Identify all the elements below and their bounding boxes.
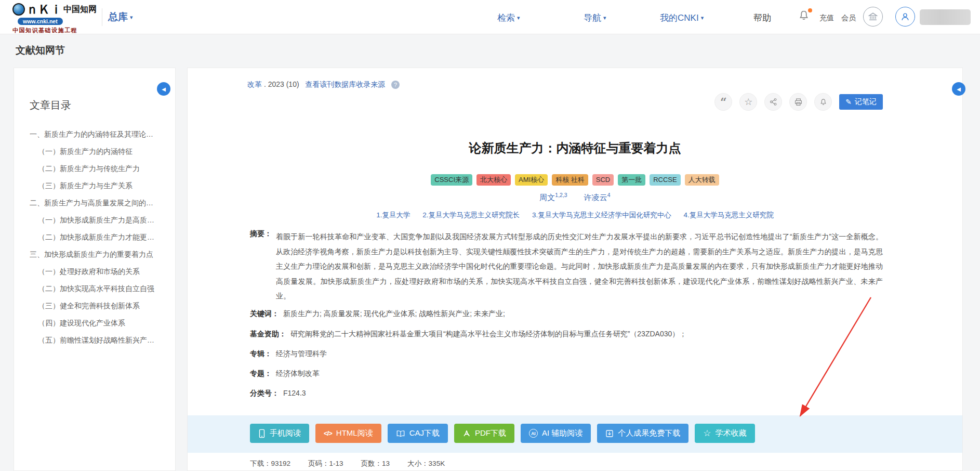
article-stats: 下载：93192 页码：1-13 页数：13 大小：335K xyxy=(250,459,445,468)
badge-row: CSSCI来源 北大核心 AMI核心 科核 社科 SCD 第一批 RCCSE 人… xyxy=(188,174,962,186)
action-row: 手机阅读 </> HTML阅读 CAJ下载 PDF下载 AI AI 辅助阅读 个… xyxy=(250,424,755,443)
collapse-left-icon[interactable]: ◀ xyxy=(157,82,170,96)
toc-item[interactable]: 二、新质生产力与高质量发展之间的… xyxy=(14,194,175,212)
alert-bell-icon[interactable] xyxy=(814,93,832,111)
toc-item[interactable]: （五）前瞻性谋划好战略性新兴产… xyxy=(14,332,175,349)
author-row: 周文1,2,3 许凌云4 xyxy=(188,192,962,203)
nav-navigate[interactable]: 导航▾ xyxy=(584,12,606,24)
notification-dot xyxy=(808,8,812,12)
chevron-down-icon: ▾ xyxy=(701,15,704,21)
academic-favorite-button[interactable]: ☆ 学术收藏 xyxy=(695,424,754,443)
badge-cssci: CSSCI来源 xyxy=(431,174,472,186)
article-detail-panel: 改革 . 2023 (10) 查看该刊数据库收录来源 ? “ ☆ ✎ 记笔记 论… xyxy=(187,68,963,471)
toc-item[interactable]: 三、加快形成新质生产力的重要着力点 xyxy=(14,246,175,263)
author-link[interactable]: 周文1,2,3 xyxy=(539,193,567,202)
affiliation-link[interactable]: 3.复旦大学马克思主义经济学中国化研究中心 xyxy=(532,211,671,219)
stat-page-count: 页数：13 xyxy=(361,459,390,468)
db-switcher[interactable]: 总库▾ xyxy=(108,10,133,24)
html-read-button[interactable]: </> HTML阅读 xyxy=(315,424,381,443)
badge-kehe: 科核 社科 xyxy=(552,174,588,186)
author-affil-sup: 4 xyxy=(607,192,611,198)
help-icon[interactable]: ? xyxy=(391,81,400,89)
toc-item[interactable]: （一）加快形成新质生产力是高质… xyxy=(14,212,175,229)
page: { "header": { "logo": { "nki": "ｎＫｉ", "c… xyxy=(0,0,980,471)
abstract-row: 摘要： 着眼于新一轮科技革命和产业变革、大国竞争加剧以及我国经济发展方式转型形成… xyxy=(250,229,883,304)
collapse-right-icon[interactable]: ◀ xyxy=(952,82,965,96)
member-link[interactable]: 会员 xyxy=(841,14,856,23)
clc-label: 分类号： xyxy=(250,389,279,398)
toc-list: 一、新质生产力的内涵特征及其理论… （一）新质生产力的内涵特征 （二）新质生产力… xyxy=(14,126,175,349)
header-divider xyxy=(102,8,102,26)
avatar-icon[interactable] xyxy=(895,7,915,27)
user-name-redacted[interactable] xyxy=(920,9,971,25)
institution-icon[interactable] xyxy=(863,7,883,27)
toc-item[interactable]: （一）处理好政府和市场的关系 xyxy=(14,263,175,280)
chevron-down-icon: ▾ xyxy=(603,15,606,21)
journal-link[interactable]: 改革 xyxy=(247,80,262,88)
badge-beida: 北大核心 xyxy=(476,174,511,186)
stat-pages-range: 页码：1-13 xyxy=(308,459,343,468)
ai-read-button[interactable]: AI AI 辅助阅读 xyxy=(521,424,591,443)
article-title: 论新质生产力：内涵特征与重要着力点 xyxy=(188,140,962,156)
clc-row: 分类号： F124.3 xyxy=(250,389,306,398)
affiliation-row: 1.复旦大学 2.复旦大学马克思主义研究院长 3.复旦大学马克思主义经济学中国化… xyxy=(188,211,962,220)
badge-rccse: RCCSE xyxy=(650,174,681,186)
badge-ami: AMI核心 xyxy=(515,174,548,186)
topic-label: 专题： xyxy=(250,369,272,378)
article-toc-panel: 文章目录 一、新质生产力的内涵特征及其理论… （一）新质生产力的内涵特征 （二）… xyxy=(14,68,176,471)
print-icon[interactable] xyxy=(789,93,807,111)
globe-icon xyxy=(12,3,25,16)
nav-mycnki[interactable]: 我的CNKI▾ xyxy=(660,12,704,24)
album-label: 专辑： xyxy=(250,349,272,359)
caj-download-button[interactable]: CAJ下载 xyxy=(388,424,448,443)
fund-value[interactable]: 研究阐释党的二十大精神国家社科基金重大项目“构建高水平社会主义市场经济体制的目标… xyxy=(290,330,686,339)
toc-item[interactable]: （二）加快实现高水平科技自立自强 xyxy=(14,280,175,297)
personal-free-download-button[interactable]: 个人成果免费下载 xyxy=(597,424,688,443)
fund-label: 基金资助： xyxy=(250,330,286,339)
nav-search[interactable]: 检索▾ xyxy=(497,12,520,24)
logo-url: www.cnki.net xyxy=(18,18,63,25)
db-source-link[interactable]: 查看该刊数据库收录来源 xyxy=(305,80,385,88)
pdf-download-button[interactable]: PDF下载 xyxy=(454,424,514,443)
toc-item[interactable]: 一、新质生产力的内涵特征及其理论… xyxy=(14,126,175,143)
keywords-label: 关键词： xyxy=(250,309,279,319)
pencil-icon: ✎ xyxy=(845,98,852,106)
author-link[interactable]: 许凌云4 xyxy=(584,193,611,202)
affiliation-link[interactable]: 4.复旦大学马克思主义研究院 xyxy=(683,211,773,219)
toc-item[interactable]: （二）新质生产力与传统生产力 xyxy=(14,160,175,177)
album-value[interactable]: 经济与管理科学 xyxy=(276,349,327,359)
chevron-down-icon: ▾ xyxy=(517,15,520,21)
logo-slogan: 中国知识基础设施工程 xyxy=(12,27,98,34)
keywords-row: 关键词： 新质生产力; 高质量发展; 现代化产业体系; 战略性新兴产业; 未来产… xyxy=(250,309,505,319)
toc-item[interactable]: （三）新质生产力与生产关系 xyxy=(14,177,175,194)
notification-bell-icon[interactable] xyxy=(797,8,813,25)
toc-title: 文章目录 xyxy=(30,98,175,112)
affiliation-link[interactable]: 1.复旦大学 xyxy=(376,211,410,219)
topic-row: 专题： 经济体制改革 xyxy=(250,369,320,378)
recharge-link[interactable]: 充值 xyxy=(819,14,834,23)
cnki-logo: ｎＫｉ 中国知网 www.cnki.net 中国知识基础设施工程 xyxy=(12,3,98,34)
toc-item[interactable]: （三）健全和完善科技创新体系 xyxy=(14,297,175,315)
journal-issue: . 2023 (10) xyxy=(264,80,299,88)
note-button[interactable]: ✎ 记笔记 xyxy=(839,94,883,110)
logo-nki-text: ｎＫｉ xyxy=(26,3,62,16)
keywords-value[interactable]: 新质生产力; 高质量发展; 现代化产业体系; 战略性新兴产业; 未来产业; xyxy=(283,309,505,319)
cite-icon[interactable]: “ xyxy=(714,93,732,111)
author-affil-sup: 1,2,3 xyxy=(555,192,567,198)
favorite-star-icon[interactable]: ☆ xyxy=(739,93,757,111)
toc-item[interactable]: （二）加快形成新质生产力才能更… xyxy=(14,229,175,246)
share-icon[interactable] xyxy=(764,93,782,111)
mobile-read-button[interactable]: 手机阅读 xyxy=(250,424,309,443)
article-toolbar: “ ☆ ✎ 记笔记 xyxy=(714,93,883,111)
toc-item[interactable]: （一）新质生产力的内涵特征 xyxy=(14,143,175,160)
ai-icon: AI xyxy=(529,429,538,438)
topic-value[interactable]: 经济体制改革 xyxy=(276,369,320,378)
nav-help[interactable]: 帮助 xyxy=(753,12,771,24)
toc-item[interactable]: （四）建设现代化产业体系 xyxy=(14,315,175,332)
book-icon xyxy=(396,429,405,438)
code-icon: </> xyxy=(324,429,332,437)
affiliation-link[interactable]: 2.复旦大学马克思主义研究院长 xyxy=(422,211,520,219)
download-box-icon xyxy=(605,429,614,438)
logo-cn-text: 中国知网 xyxy=(63,4,97,15)
journal-source-line: 改革 . 2023 (10) 查看该刊数据库收录来源 ? xyxy=(247,80,400,89)
